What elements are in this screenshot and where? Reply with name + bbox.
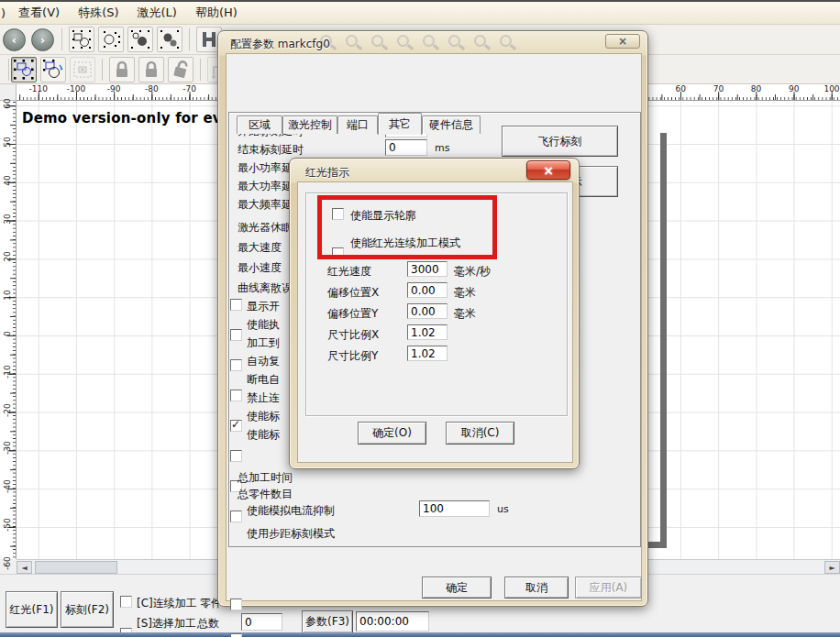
red-speed-unit: 毫米/秒: [454, 264, 491, 280]
scroll-left-icon[interactable]: ◄: [17, 561, 32, 574]
red-speed-input[interactable]: 3000: [407, 261, 448, 277]
status-strip: [0, 632, 840, 637]
menu-item-help[interactable]: 帮助(H): [186, 2, 247, 24]
close-icon[interactable]: ×: [526, 160, 570, 180]
ruler-label: 10: [3, 289, 12, 302]
option-checkbox[interactable]: [230, 511, 242, 522]
menu-item-clipped[interactable]: ): [0, 4, 9, 23]
option-checkbox[interactable]: [230, 390, 242, 401]
sim-current-label: 使能模拟电流抑制: [247, 503, 335, 519]
offset-x-label: 偏移位置X: [327, 285, 379, 301]
offset-y-input[interactable]: 0.00: [407, 303, 448, 319]
menu-item-special[interactable]: 特殊(S): [69, 2, 127, 24]
node-edit-rect-icon[interactable]: [69, 27, 94, 52]
back-icon[interactable]: ‹: [3, 28, 26, 51]
param-label: 最小速度: [238, 260, 282, 276]
offset-x-input[interactable]: 0.00: [407, 282, 448, 298]
ruler-label: 70: [713, 84, 724, 93]
ruler-label: -50: [3, 519, 12, 532]
ghost-zoom-icon: [423, 35, 435, 47]
tab-other[interactable]: 其它: [378, 113, 422, 135]
sim-current-input[interactable]: 100: [419, 500, 490, 517]
option-checkbox[interactable]: [230, 359, 242, 371]
red-light-dialog: 红光指示 × 使能显示轮廓 使能红光连续加工模式 红光速度 3000 毫米/秒 …: [289, 158, 580, 469]
rotate-transform-icon[interactable]: [40, 57, 66, 82]
select-transform-icon[interactable]: [11, 57, 37, 82]
node-spheres-icon[interactable]: [157, 27, 182, 52]
option-checkbox[interactable]: [230, 420, 242, 432]
config-dialog-title: 配置参数 markcfg0: [230, 37, 330, 52]
step-mode-checkbox[interactable]: [230, 633, 242, 637]
total-count-input[interactable]: 0: [241, 613, 282, 631]
ruler-label: -90: [107, 84, 121, 93]
tab-port[interactable]: 端口: [337, 115, 378, 134]
close-icon[interactable]: ×: [605, 34, 640, 49]
forward-icon[interactable]: ›: [31, 28, 54, 51]
scroll-right-icon[interactable]: ►: [824, 561, 840, 574]
mark-f2-button[interactable]: 标刻(F2): [61, 591, 114, 628]
node-sphere-icon[interactable]: [127, 27, 153, 52]
offset-x-unit: 毫米: [454, 285, 476, 301]
continuous-label: [C]连续加工: [137, 596, 197, 611]
ghost-zoom-icon: [346, 35, 358, 47]
ruler-label: 20: [3, 250, 12, 263]
cancel-button[interactable]: 取消(C): [446, 422, 514, 445]
option-checkbox[interactable]: [230, 450, 242, 462]
option-label: 显示开: [247, 299, 280, 314]
scale-x-input[interactable]: 1.02: [407, 324, 448, 340]
demo-watermark: Demo version-only for evaluation: [22, 110, 218, 126]
apply-button[interactable]: 应用(A): [575, 577, 642, 599]
vertical-ruler: 6050403020100-10-20-30-40-50-60: [0, 101, 17, 559]
ruler-label: -30: [3, 442, 12, 455]
param-f3-button[interactable]: 参数(F3): [302, 610, 353, 633]
total-time-label: 总加工时间: [238, 470, 293, 486]
ghost-zoom-icon: [371, 35, 383, 47]
toolbar-separator: [189, 28, 190, 50]
option-label: 使能标: [247, 409, 280, 424]
option-label: 自动复: [247, 354, 280, 369]
ruler-label: -110: [29, 84, 48, 93]
option-checkbox[interactable]: [230, 299, 242, 311]
scrollbar-thumb[interactable]: [35, 561, 117, 574]
total-label: 总数: [197, 616, 219, 632]
ruler-label: -100: [67, 84, 85, 93]
offset-y-unit: 毫米: [454, 306, 476, 322]
timer-display: 00:00:00: [356, 611, 429, 632]
option-label: 加工到: [247, 335, 280, 351]
select-process-label: [S]选择加工: [137, 616, 196, 632]
tab-area[interactable]: 区域: [237, 115, 282, 134]
lock-x-icon[interactable]: [109, 57, 135, 82]
ruler-label: -80: [145, 84, 159, 93]
delay-input[interactable]: 0: [385, 139, 427, 156]
option-checkbox[interactable]: [230, 329, 242, 341]
sim-current-checkbox[interactable]: [230, 599, 242, 610]
menu-item-laser[interactable]: 激光(L): [128, 2, 186, 24]
ok-button[interactable]: 确定: [422, 577, 492, 599]
ruler-label: -40: [3, 480, 12, 493]
tab-laser-control[interactable]: 激光控制: [282, 115, 337, 134]
ruler-label: 0: [3, 327, 12, 340]
clipped-tool-button[interactable]: [0, 59, 9, 81]
fly-mark-button[interactable]: 飞行标刻: [502, 126, 618, 157]
ruler-label: 40: [3, 174, 12, 187]
tab-hardware-info[interactable]: 硬件信息: [422, 115, 481, 134]
option-label: 断电自: [247, 372, 280, 388]
lock-tilt-icon[interactable]: [168, 57, 193, 82]
array-tool-icon[interactable]: [70, 57, 95, 82]
ruler-label: -70: [182, 84, 196, 93]
ruler-label: 90: [789, 84, 799, 93]
red-speed-label: 红光速度: [327, 264, 371, 280]
toolbar-separator: [102, 59, 103, 81]
node-edit-circle-icon[interactable]: [98, 27, 124, 52]
lock-y-icon[interactable]: [138, 57, 164, 82]
red-light-f1-button[interactable]: 红光(F1): [6, 591, 58, 628]
ruler-label: -20: [3, 404, 12, 417]
ok-button[interactable]: 确定(O): [358, 422, 426, 445]
option-label: 使能执: [247, 317, 280, 333]
cancel-button[interactable]: 取消: [504, 577, 569, 599]
scale-y-input[interactable]: 1.02: [407, 346, 448, 361]
menu-item-view[interactable]: 查看(V): [9, 2, 69, 24]
ruler-label: 100: [823, 84, 839, 93]
delay-label: 结束标刻延时: [238, 142, 304, 158]
continuous-checkbox[interactable]: [120, 596, 132, 608]
